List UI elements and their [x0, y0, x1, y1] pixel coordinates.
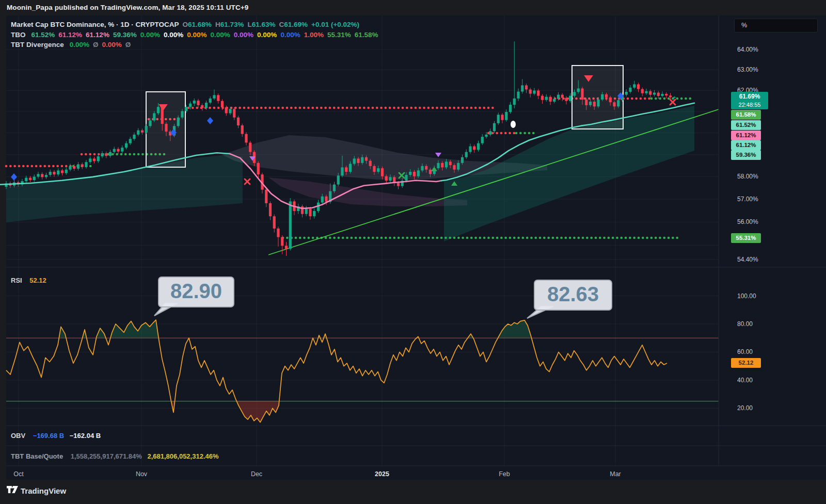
rsi-axis-label: 80.00: [737, 320, 773, 328]
tbo-value: 61.52%: [31, 31, 55, 39]
last-price-badge: 61.69%22:48:55: [731, 92, 768, 109]
tbt-divergence-value: 0.00%: [70, 41, 89, 48]
ohlc-value: 61.69%: [284, 21, 308, 28]
tbt-divergence-label[interactable]: TBT Divergence: [11, 41, 64, 48]
time-axis-label: 2025: [375, 470, 389, 478]
price-axis-label: 54.40%: [737, 256, 773, 263]
tbo-value: 59.36%: [113, 31, 137, 39]
rsi-axis-label: 60.00: [737, 348, 773, 355]
symbol-legend-row[interactable]: Market Cap BTC Dominance, % · 1D · CRYPT…: [11, 20, 378, 30]
tbt-base-quote-label[interactable]: TBT Base/Quote: [11, 452, 63, 460]
tbo-value: 0.00%: [280, 31, 300, 39]
rsi-axis-label: 100.00: [737, 292, 773, 300]
tbt-value-1: 1,558,255,917,671.84%: [71, 452, 142, 460]
indicator-level-badge: 59.36%: [731, 150, 761, 160]
price-axis-label: 64.00%: [737, 46, 773, 53]
rsi-value-badge: 52.12: [731, 358, 761, 368]
tbo-value: 61.58%: [355, 31, 378, 39]
obv-value-1: −169.68 B: [33, 432, 64, 440]
ohlc-value: 61.68%: [188, 21, 212, 28]
time-axis-label: Feb: [499, 470, 510, 478]
tbt-divergence-values: 0.00%Ø0.00%Ø: [66, 41, 131, 48]
rsi-axis-label: 20.00: [737, 404, 773, 412]
last-price-value: 61.69%: [731, 92, 768, 101]
rsi-legend-row[interactable]: RSI 52.12: [11, 277, 46, 284]
tbo-values: 61.52%61.12%61.12%59.36%0.00%0.00%0.00%0…: [28, 31, 378, 39]
rsi-value: 52.12: [29, 277, 46, 284]
price-axis-label: 56.00%: [737, 218, 773, 225]
ohlc-key: L: [247, 21, 251, 28]
tbo-value: 0.00%: [234, 31, 253, 39]
rsi-peak-callout[interactable]: 82.63: [534, 280, 612, 311]
tbo-value: 61.12%: [86, 31, 109, 39]
change-value: +0.01 (+0.02%): [311, 21, 359, 28]
time-axis-label: Mar: [610, 470, 621, 478]
obv-value-2: −162.04 B: [70, 432, 101, 440]
tbo-legend-row[interactable]: TBO61.52%61.12%61.12%59.36%0.00%0.00%0.0…: [11, 30, 378, 40]
tbt-value-2: 2,681,806,052,312.46%: [147, 452, 218, 460]
tbt-base-quote-pane-row[interactable]: TBT Base/Quote 1,558,255,917,671.84% 2,6…: [11, 452, 219, 460]
legend-block: Market Cap BTC Dominance, % · 1D · CRYPT…: [11, 20, 378, 50]
tradingview-published-chart: Moonin_Papa published on TradingView.com…: [0, 0, 826, 504]
chart-canvas[interactable]: [0, 0, 826, 504]
tbo-value: 1.00%: [304, 31, 324, 39]
obv-pane-row[interactable]: OBV −169.68 B −162.04 B: [11, 432, 101, 440]
indicator-level-badge: 61.58%: [731, 110, 761, 120]
price-scale-unit-button[interactable]: %: [734, 19, 818, 32]
tbo-value: 0.00%: [187, 31, 206, 39]
price-axis-label: 57.00%: [737, 196, 773, 203]
symbol-title[interactable]: Market Cap BTC Dominance, % · 1D · CRYPT…: [11, 21, 179, 28]
price-axis-label: 63.00%: [737, 66, 773, 73]
ohlc-key: H: [215, 21, 220, 28]
indicator-level-badge: 61.52%: [731, 120, 761, 130]
time-axis-label: Nov: [136, 470, 147, 478]
tbt-divergence-legend-row[interactable]: TBT Divergence0.00%Ø0.00%Ø: [11, 40, 378, 50]
ohlc-values: O61.68%H61.73%L61.63%C61.69%: [179, 21, 308, 28]
tbo-label[interactable]: TBO: [11, 31, 26, 39]
price-axis-label: 58.00%: [737, 173, 773, 180]
tbo-value: 61.12%: [58, 31, 82, 39]
time-axis-label: Dec: [251, 470, 262, 478]
indicator-level-badge: 61.12%: [731, 140, 761, 150]
published-header-bar: Moonin_Papa published on TradingView.com…: [0, 0, 826, 15]
ohlc-key: C: [279, 21, 284, 28]
tbo-value: 0.00%: [140, 31, 160, 39]
tbo-value: 0.00%: [164, 31, 183, 39]
rsi-peak-callout[interactable]: 82.90: [158, 277, 234, 307]
tradingview-logo-icon[interactable]: [7, 486, 19, 496]
published-text: Moonin_Papa published on TradingView.com…: [7, 4, 248, 11]
time-axis-label: Oct: [13, 470, 23, 478]
bar-countdown: 22:48:55: [731, 101, 768, 108]
footer-bar: TradingView: [0, 480, 826, 504]
ohlc-value: 61.73%: [220, 21, 244, 28]
tbo-value: 0.00%: [257, 31, 277, 39]
tbo-value: 55.31%: [327, 31, 351, 39]
indicator-level-badge: 55.31%: [731, 233, 761, 243]
tbt-divergence-value: Ø: [125, 41, 131, 48]
ohlc-value: 61.63%: [252, 21, 276, 28]
ohlc-key: O: [183, 21, 188, 28]
tbo-value: 0.00%: [211, 31, 230, 39]
tradingview-brand-text[interactable]: TradingView: [21, 486, 66, 495]
tbt-divergence-value: Ø: [93, 41, 99, 48]
tbt-divergence-value: 0.00%: [102, 41, 122, 48]
obv-label[interactable]: OBV: [11, 432, 25, 440]
rsi-label[interactable]: RSI: [11, 277, 22, 284]
rsi-axis-label: 40.00: [737, 377, 773, 384]
indicator-level-badge: 61.12%: [731, 131, 761, 140]
